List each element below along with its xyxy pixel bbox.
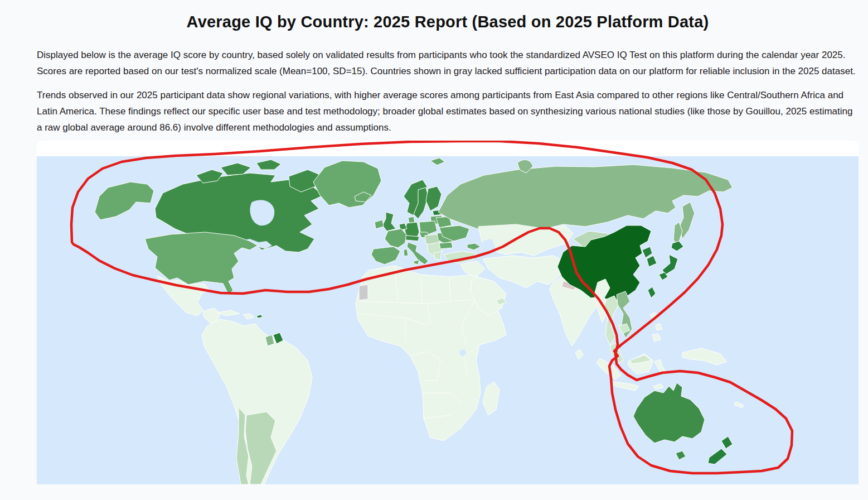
lake-victoria — [459, 349, 466, 356]
world-map-card[interactable] — [37, 141, 859, 484]
world-choropleth-map — [37, 141, 859, 484]
country-switzerland-austria[interactable] — [406, 235, 419, 241]
report-content: Average IQ by Country: 2025 Report (Base… — [37, 12, 859, 484]
country-sardinia[interactable] — [404, 249, 408, 256]
intro-paragraph: Displayed below is the average IQ score … — [37, 47, 859, 79]
country-sicily[interactable] — [414, 260, 419, 265]
trends-paragraph: Trends observed in our 2025 participant … — [37, 87, 859, 136]
country-western-sahara[interactable] — [359, 285, 368, 300]
country-bulgaria[interactable] — [439, 242, 453, 249]
page-title: Average IQ by Country: 2025 Report (Base… — [37, 12, 859, 31]
